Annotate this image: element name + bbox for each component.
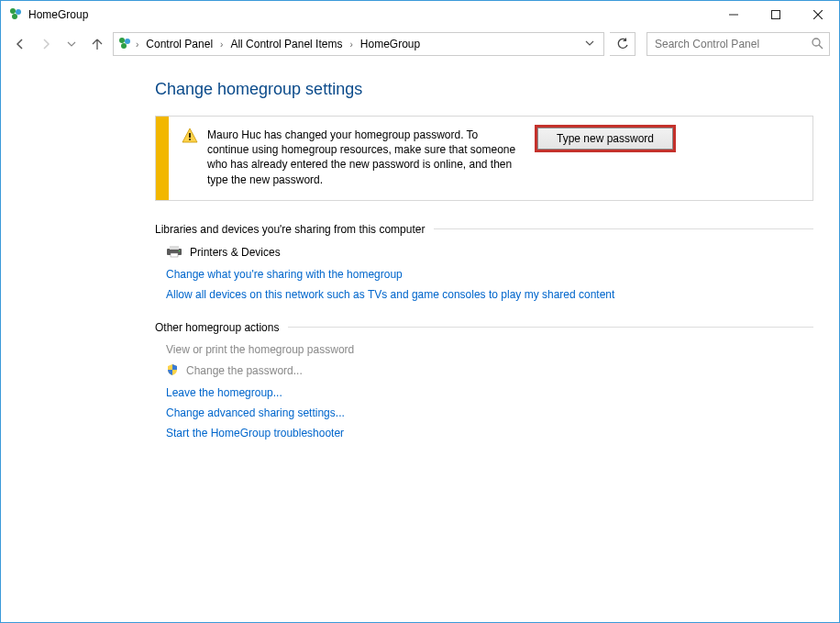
maximize-button[interactable] (755, 1, 797, 28)
recent-dropdown[interactable] (61, 34, 82, 54)
change-sharing-link[interactable]: Change what you're sharing with the home… (155, 264, 813, 284)
svg-point-8 (125, 39, 130, 44)
type-new-password-button[interactable]: Type new password (537, 128, 673, 150)
breadcrumb-label: All Control Panel Items (230, 38, 342, 50)
warning-icon (182, 128, 198, 187)
troubleshooter-link[interactable]: Start the HomeGroup troubleshooter (155, 423, 813, 443)
printers-devices-label: Printers & Devices (190, 246, 281, 259)
svg-rect-15 (170, 246, 179, 250)
svg-point-2 (12, 14, 17, 19)
search-input[interactable] (653, 37, 811, 51)
change-password-disabled: Change the password... (155, 360, 813, 383)
printer-icon (166, 245, 182, 261)
notice-panel: Mauro Huc has changed your homegroup pas… (155, 116, 813, 201)
chevron-right-icon[interactable]: › (134, 39, 140, 50)
breadcrumb-label: Control Panel (146, 38, 213, 50)
change-password-label: Change the password... (186, 364, 303, 377)
breadcrumb-item-homegroup[interactable]: HomeGroup (357, 33, 424, 55)
svg-rect-12 (189, 133, 191, 138)
svg-point-0 (10, 8, 16, 14)
content-area: Change homegroup settings Mauro Huc has … (1, 60, 839, 443)
svg-point-1 (16, 9, 21, 15)
section-title: Other homegroup actions (155, 321, 279, 334)
homegroup-icon (8, 6, 23, 24)
search-icon[interactable] (811, 37, 823, 52)
view-password-disabled: View or print the homegroup password (155, 339, 813, 360)
breadcrumb-item-control-panel[interactable]: Control Panel (142, 33, 216, 55)
svg-point-7 (119, 38, 125, 43)
refresh-button[interactable] (610, 32, 636, 56)
breadcrumb-item-all-items[interactable]: All Control Panel Items (227, 33, 346, 55)
svg-line-11 (819, 45, 823, 49)
window-title: HomeGroup (28, 8, 88, 21)
svg-rect-13 (189, 139, 191, 140)
title-bar: HomeGroup (1, 1, 839, 28)
homegroup-icon (117, 36, 132, 53)
svg-point-17 (179, 250, 181, 251)
section-title: Libraries and devices you're sharing fro… (155, 223, 425, 236)
svg-point-10 (812, 39, 820, 46)
leave-homegroup-link[interactable]: Leave the homegroup... (155, 383, 813, 403)
up-button[interactable] (87, 34, 107, 54)
svg-rect-4 (772, 11, 780, 19)
printers-devices-row: Printers & Devices (155, 241, 813, 264)
sharing-section-header: Libraries and devices you're sharing fro… (155, 223, 813, 236)
search-box[interactable] (647, 32, 830, 56)
notice-text: Mauro Huc has changed your homegroup pas… (207, 128, 519, 187)
address-dropdown[interactable] (580, 38, 600, 50)
allow-devices-link[interactable]: Allow all devices on this network such a… (155, 284, 813, 305)
svg-rect-16 (171, 253, 178, 257)
chevron-right-icon[interactable]: › (218, 39, 225, 50)
close-button[interactable] (797, 1, 839, 28)
forward-button[interactable] (36, 34, 56, 54)
breadcrumb-label: HomeGroup (360, 38, 420, 50)
address-bar[interactable]: › Control Panel › All Control Panel Item… (113, 32, 604, 56)
back-button[interactable] (10, 34, 30, 54)
other-actions-header: Other homegroup actions (155, 321, 813, 334)
shield-icon (166, 363, 179, 379)
nav-row: › Control Panel › All Control Panel Item… (1, 28, 839, 60)
svg-point-9 (121, 43, 127, 49)
notice-accent (156, 117, 169, 200)
chevron-right-icon[interactable]: › (348, 39, 354, 50)
minimize-button[interactable] (713, 1, 755, 28)
advanced-sharing-link[interactable]: Change advanced sharing settings... (155, 403, 813, 423)
page-title: Change homegroup settings (155, 80, 813, 99)
